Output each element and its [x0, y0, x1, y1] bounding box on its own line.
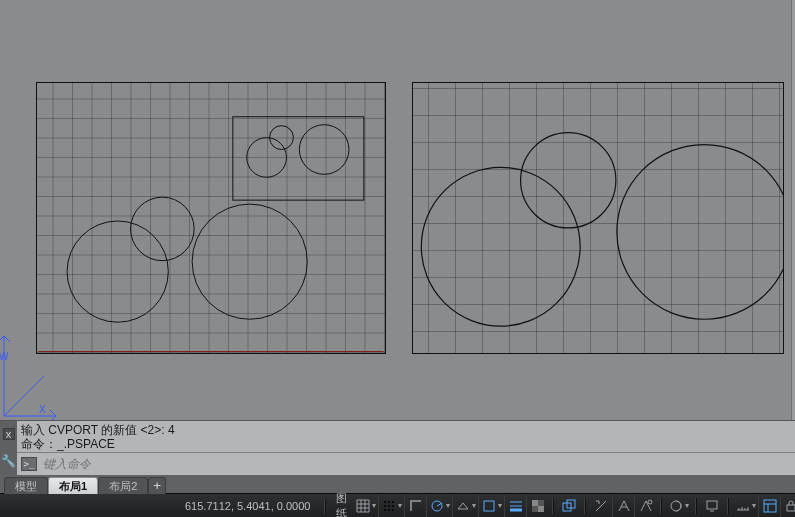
annotation-scale-button[interactable] — [590, 495, 612, 517]
tab-layout2[interactable]: 布局2 — [98, 477, 148, 494]
command-gutter: x 🔧 — [0, 421, 17, 475]
command-history-line: 输入 CVPORT 的新值 <2>: 4 — [21, 423, 789, 437]
svg-rect-16 — [532, 506, 538, 512]
svg-point-8 — [384, 509, 386, 511]
viewport-left[interactable] — [36, 82, 386, 354]
nested-circle-1 — [270, 126, 294, 150]
panel-resize-handle[interactable] — [791, 0, 795, 420]
ucs-icon: X W — [0, 330, 60, 420]
ucs-x-label: X — [39, 404, 46, 415]
command-panel: x 🔧 输入 CVPORT 的新值 <2>: 4 命令：_.PSPACE >_ — [0, 420, 795, 475]
close-icon[interactable]: x — [3, 428, 15, 440]
layout-tabs: 模型 布局1 布局2 + — [0, 475, 795, 493]
annotation-autoscale-button[interactable] — [634, 495, 656, 517]
chevron-down-icon: ▾ — [372, 501, 376, 510]
drawing-area[interactable]: X W — [0, 0, 795, 420]
circle-r1 — [421, 167, 580, 326]
svg-point-6 — [388, 505, 390, 507]
svg-rect-14 — [538, 506, 544, 512]
grid-toggle-button[interactable]: ▾ — [353, 495, 378, 517]
command-history-line: 命令：_.PSPACE — [21, 437, 789, 451]
command-history[interactable]: 输入 CVPORT 的新值 <2>: 4 命令：_.PSPACE — [17, 421, 795, 453]
circle-r2 — [521, 133, 616, 228]
chevron-down-icon: ▾ — [685, 501, 689, 510]
svg-rect-13 — [532, 500, 538, 506]
svg-rect-15 — [538, 500, 544, 506]
nested-circle-2 — [247, 138, 287, 178]
status-bar: 615.7112, 5.4041, 0.0000 图纸 ▾ ▾ ▾ ▾ ▾ — [0, 493, 795, 517]
polar-toggle-button[interactable]: ▾ — [426, 495, 452, 517]
ucs-w-label: W — [0, 351, 9, 362]
svg-rect-22 — [764, 500, 776, 512]
circle-3 — [192, 204, 307, 319]
tab-layout1[interactable]: 布局1 — [48, 477, 98, 494]
lock-ui-button[interactable]: ▾ — [780, 495, 795, 517]
viewport-left-content — [37, 83, 385, 353]
viewport-right-content — [413, 83, 783, 353]
annotation-visibility-button[interactable] — [612, 495, 634, 517]
viewport-right[interactable] — [412, 82, 784, 354]
selection-cycling-button[interactable] — [558, 495, 580, 517]
chevron-down-icon: ▾ — [498, 501, 502, 510]
svg-point-10 — [392, 509, 394, 511]
svg-rect-21 — [707, 501, 717, 509]
nested-circle-3 — [299, 125, 349, 175]
svg-point-3 — [388, 501, 390, 503]
units-button[interactable]: ▾ — [733, 495, 758, 517]
snap-toggle-button[interactable]: ▾ — [378, 495, 404, 517]
coordinates-readout[interactable]: 615.7112, 5.4041, 0.0000 — [0, 500, 320, 512]
workspace-switch-button[interactable]: ▾ — [666, 495, 691, 517]
svg-point-9 — [388, 509, 390, 511]
command-input-row: >_ — [17, 453, 795, 475]
svg-point-19 — [648, 500, 652, 504]
svg-rect-12 — [484, 501, 494, 511]
transparency-toggle-button[interactable] — [526, 495, 548, 517]
circle-r3 — [617, 145, 783, 320]
customize-icon[interactable]: 🔧 — [1, 454, 16, 468]
chevron-down-icon: ▾ — [752, 501, 756, 510]
command-prompt-icon[interactable]: >_ — [21, 457, 37, 471]
chevron-down-icon: ▾ — [472, 501, 476, 510]
space-toggle[interactable]: 图纸 — [330, 491, 353, 518]
svg-rect-23 — [787, 505, 795, 511]
lineweight-toggle-button[interactable] — [504, 495, 526, 517]
command-input[interactable] — [43, 457, 791, 471]
chevron-down-icon: ▾ — [398, 501, 402, 510]
svg-point-5 — [384, 505, 386, 507]
tab-model[interactable]: 模型 — [4, 477, 48, 494]
isodraft-button[interactable]: ▾ — [452, 495, 478, 517]
quick-properties-button[interactable] — [758, 495, 780, 517]
tab-add-button[interactable]: + — [148, 477, 166, 494]
annotation-monitor-button[interactable] — [701, 495, 723, 517]
osnap-toggle-button[interactable]: ▾ — [478, 495, 504, 517]
svg-point-2 — [384, 501, 386, 503]
nested-viewport-frame — [233, 117, 364, 200]
svg-point-7 — [392, 505, 394, 507]
svg-point-4 — [392, 501, 394, 503]
circle-1 — [67, 221, 168, 322]
ortho-toggle-button[interactable] — [404, 495, 426, 517]
circle-2 — [131, 197, 195, 261]
chevron-down-icon: ▾ — [446, 501, 450, 510]
